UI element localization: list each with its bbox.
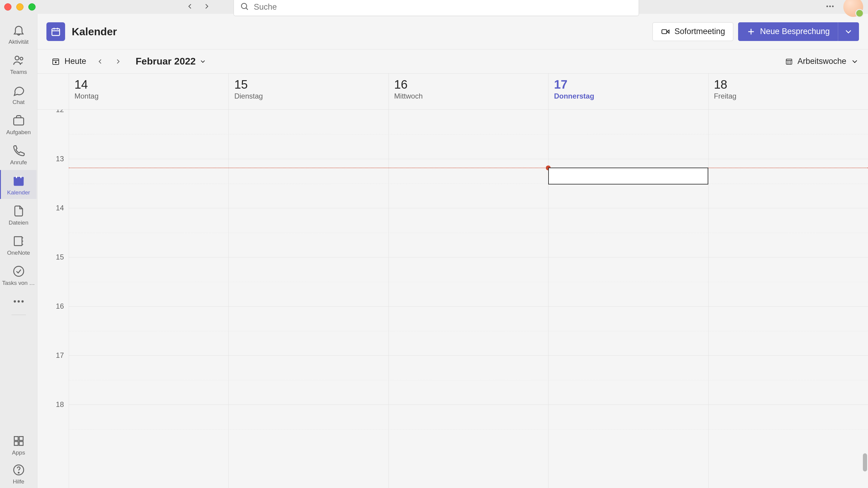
- calendar-view-icon: [785, 57, 793, 66]
- new-meeting-button[interactable]: Neue Besprechung: [738, 22, 838, 41]
- rail-label: Apps: [12, 450, 25, 456]
- rail-calls[interactable]: Anrufe: [0, 140, 37, 169]
- more-icon[interactable]: [825, 1, 835, 12]
- rail-activity[interactable]: Aktivität: [0, 19, 37, 48]
- minimize-window-dot[interactable]: [16, 3, 24, 10]
- calendar-grid[interactable]: 12131415161718: [37, 110, 868, 488]
- search-box[interactable]: [234, 0, 639, 16]
- rail-label: Chat: [12, 99, 24, 105]
- rail-label: Aufgaben: [6, 129, 31, 135]
- view-label: Arbeitswoche: [798, 57, 846, 66]
- topbar-right: [825, 0, 863, 17]
- search-icon: [240, 2, 249, 12]
- chevron-right-icon: [114, 58, 122, 65]
- rail-label: Dateien: [9, 219, 29, 226]
- rail-help[interactable]: Hilfe: [0, 459, 37, 488]
- day-name: Donnerstag: [554, 92, 708, 100]
- avatar[interactable]: [843, 0, 863, 17]
- forward-icon[interactable]: [203, 2, 211, 12]
- chevron-down-icon: [199, 58, 207, 65]
- svg-rect-26: [52, 29, 60, 36]
- onenote-icon: [12, 235, 25, 248]
- day-column[interactable]: [548, 110, 708, 488]
- view-picker[interactable]: Arbeitswoche: [785, 57, 859, 66]
- file-icon: [12, 204, 25, 218]
- maximize-window-dot[interactable]: [28, 3, 36, 10]
- day-number: 15: [234, 78, 388, 91]
- people-icon: [12, 54, 25, 67]
- selected-slot[interactable]: [548, 167, 708, 184]
- page-title: Kalender: [72, 26, 117, 38]
- chevron-down-icon: [850, 57, 859, 66]
- rail-planner[interactable]: Tasks von …: [0, 261, 37, 289]
- rail-label: Kalender: [7, 189, 30, 196]
- window-controls: [4, 3, 36, 10]
- svg-rect-22: [14, 441, 18, 446]
- svg-marker-31: [667, 30, 669, 33]
- svg-point-17: [13, 300, 16, 302]
- day-column[interactable]: [69, 110, 228, 488]
- rail-label: Aktivität: [8, 38, 29, 45]
- new-meeting-dropdown[interactable]: [838, 22, 859, 41]
- chat-icon: [12, 84, 25, 97]
- rail-separator: [11, 315, 26, 315]
- today-label: Heute: [64, 57, 86, 66]
- calendar-tile-icon: [46, 22, 65, 41]
- briefcase-icon: [12, 114, 25, 127]
- day-column[interactable]: [389, 110, 548, 488]
- rail-files[interactable]: Dateien: [0, 200, 37, 229]
- svg-point-18: [18, 300, 20, 302]
- close-window-dot[interactable]: [4, 3, 11, 10]
- chevron-down-icon: [844, 27, 853, 36]
- day-header[interactable]: 17Donnerstag: [548, 73, 708, 110]
- day-column[interactable]: [228, 110, 388, 488]
- calendar-toolbar: Heute Februar 2022 Arbeitswoche: [37, 50, 868, 73]
- svg-point-3: [829, 5, 831, 7]
- rail-label: Teams: [10, 69, 27, 75]
- month-label: Februar 2022: [135, 56, 195, 67]
- rail-tasks[interactable]: Aufgaben: [0, 110, 37, 139]
- now-indicator: [69, 167, 868, 168]
- svg-rect-9: [13, 177, 24, 179]
- back-icon[interactable]: [186, 2, 194, 12]
- meet-now-label: Sofortmeeting: [675, 27, 725, 36]
- more-icon: [12, 295, 25, 308]
- today-button[interactable]: Heute: [46, 54, 91, 68]
- svg-point-2: [827, 5, 828, 7]
- rail-chat[interactable]: Chat: [0, 80, 37, 109]
- page-header: Kalender Sofortmeeting Neue Besprechung: [37, 14, 868, 50]
- video-icon: [661, 27, 670, 36]
- day-column[interactable]: [708, 110, 868, 488]
- phone-icon: [12, 144, 25, 157]
- day-header[interactable]: 14Montag: [69, 73, 228, 110]
- svg-point-6: [20, 57, 23, 60]
- day-header[interactable]: 18Freitag: [708, 73, 868, 110]
- day-name: Freitag: [714, 92, 868, 100]
- rail-calendar[interactable]: Kalender: [0, 170, 36, 199]
- hour-label: 16: [37, 302, 69, 351]
- rail-onenote[interactable]: OneNote: [0, 230, 37, 259]
- prev-week-button[interactable]: [92, 54, 108, 69]
- day-name: Montag: [74, 92, 228, 100]
- day-header[interactable]: 15Dienstag: [228, 73, 388, 110]
- hour-label: 12: [37, 110, 69, 155]
- rail-more[interactable]: [0, 291, 37, 311]
- month-picker[interactable]: Februar 2022: [135, 56, 207, 67]
- rail-teams[interactable]: Teams: [0, 50, 37, 79]
- hour-label: 13: [37, 155, 69, 204]
- svg-rect-7: [13, 118, 24, 125]
- main-pane: Kalender Sofortmeeting Neue Besprechung: [37, 14, 868, 488]
- hour-label: 18: [37, 400, 69, 450]
- next-week-button[interactable]: [110, 54, 126, 69]
- svg-point-36: [55, 61, 56, 63]
- day-number: 18: [714, 78, 868, 91]
- svg-point-19: [22, 300, 24, 302]
- svg-point-5: [15, 56, 19, 60]
- day-header[interactable]: 16Mittwoch: [389, 73, 548, 110]
- rail-apps[interactable]: Apps: [0, 430, 37, 459]
- meet-now-button[interactable]: Sofortmeeting: [652, 22, 733, 41]
- rail-label: Tasks von …: [2, 280, 35, 286]
- search-input[interactable]: [254, 2, 632, 12]
- svg-rect-30: [662, 30, 667, 33]
- scrollbar-thumb[interactable]: [863, 453, 867, 471]
